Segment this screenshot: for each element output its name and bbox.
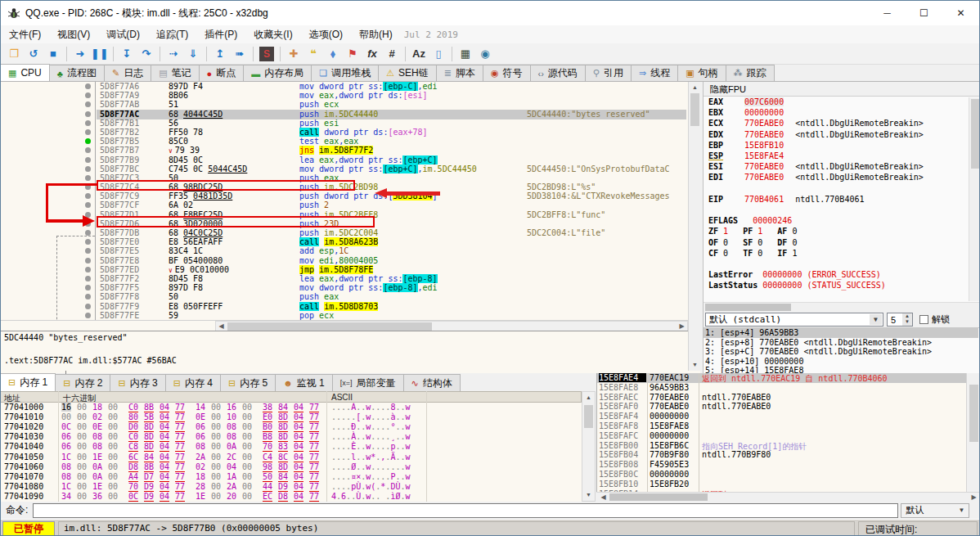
functions-icon[interactable]: fx: [362, 45, 382, 63]
tab-笔记[interactable]: ▤笔记: [151, 65, 199, 81]
tab-符号[interactable]: ◉符号: [483, 65, 531, 81]
disasm-row[interactable]: 5D8F77F850push eax: [1, 292, 688, 302]
tab-流程图[interactable]: ♣流程图: [49, 65, 105, 81]
step-over-icon[interactable]: ↷: [137, 45, 156, 63]
menu-item[interactable]: 收藏夹(I): [245, 28, 300, 42]
register-row[interactable]: ESP15E8FAE4: [708, 151, 967, 162]
register-row[interactable]: ECX770EABE0<ntdll.DbgUiRemoteBreakin>: [708, 119, 967, 129]
tab-内存1[interactable]: ⊟内存 1: [0, 373, 56, 391]
breakpoint-dot[interactable]: [85, 100, 91, 109]
stack-row[interactable]: 15E8FAE896A59BB3: [597, 383, 966, 393]
memory-vscrollbar[interactable]: ▲▼: [582, 391, 596, 502]
breakpoint-dot[interactable]: [85, 200, 91, 209]
disasm-row[interactable]: 5D8F77AB51push ecx: [1, 100, 688, 110]
disasm-row[interactable]: 5D8F77DB68 04C0C25Dpush im.5DC2C0045DC2C…: [1, 228, 688, 238]
unlock-checkbox[interactable]: [919, 315, 928, 324]
calculator-icon[interactable]: ▦: [456, 45, 475, 63]
close-button[interactable]: ✕: [942, 1, 979, 25]
register-row[interactable]: EBX00000000: [708, 108, 967, 119]
flag-name[interactable]: PF: [743, 227, 757, 236]
tab-脚本[interactable]: ≣脚本: [436, 65, 483, 81]
shortcuts-icon[interactable]: #: [382, 45, 402, 63]
menu-item[interactable]: 调试(D): [98, 28, 148, 42]
disassembly-hscrollbar[interactable]: ◀▶: [1, 320, 688, 331]
step-into-icon[interactable]: ↧: [117, 45, 137, 63]
register-value[interactable]: 15E8FAE4: [744, 151, 784, 160]
stack-vscrollbar[interactable]: [966, 373, 980, 492]
register-row[interactable]: EDI770EABE0<ntdll.DbgUiRemoteBreakin>: [708, 173, 967, 183]
memory-row[interactable]: 7704107008000A00A4D7047718001A0050840477…: [1, 472, 582, 482]
stack-row[interactable]: 15E8FB08F45905E3: [597, 460, 966, 470]
open-file-icon[interactable]: ❐: [4, 45, 24, 63]
breakpoint-dot[interactable]: [85, 265, 91, 274]
execute-till-return-icon[interactable]: ⇢: [164, 45, 183, 63]
memory-row[interactable]: 7704101000000200805B04770E001000E08D0477…: [1, 412, 582, 422]
tab-seh链[interactable]: ⚠SEH链: [378, 65, 437, 81]
scylla-plugin-icon[interactable]: S: [259, 47, 274, 61]
memory-row[interactable]: 7704104006000800C88D047708000A0070830477…: [1, 442, 582, 452]
menu-item[interactable]: 视图(V): [49, 28, 98, 42]
stack-row[interactable]: 15E8FB0015E8FB6C指向SEH_Record[1]的指针: [597, 441, 966, 451]
tab-跟踪[interactable]: ⁂跟踪: [726, 65, 775, 81]
memory-row[interactable]: 770410200C000E00D08D047706000800B08D0477…: [1, 422, 582, 432]
menu-item[interactable]: 插件(P): [196, 28, 245, 42]
disasm-row[interactable]: 5D8F77C350push eax: [1, 173, 688, 183]
stack-row[interactable]: 15E8FB1015E8FB20: [597, 480, 966, 489]
breakpoint-dot[interactable]: [85, 283, 91, 292]
disasm-row[interactable]: 5D8F77BCC745 0C 5044C45Dmov dword ptr ss…: [1, 164, 688, 174]
breakpoint-dot[interactable]: [85, 219, 91, 228]
call-argument-row[interactable]: 3: [esp+C] 770EABE0 <ntdll.DbgUiRemoteBr…: [705, 347, 967, 357]
register-row[interactable]: EIP770B4061ntdll.770B4061: [708, 195, 967, 205]
disasm-row[interactable]: 5D8F77B585C0test eax,eax: [1, 137, 688, 146]
breakpoint-dot[interactable]: [85, 191, 91, 200]
register-value[interactable]: 007C6000: [744, 97, 784, 106]
menu-item[interactable]: 帮助(H): [351, 28, 401, 42]
memory-row[interactable]: 7704106008000A00D88B047702000400988D0477…: [1, 462, 582, 472]
menu-item[interactable]: 选项(O): [301, 28, 351, 42]
flag-name[interactable]: DF: [777, 238, 792, 247]
run-to-user-code-icon[interactable]: ⇓: [183, 45, 203, 63]
memory-row[interactable]: 770410801C001E0070D9047728002A0044D90477…: [1, 482, 582, 492]
breakpoint-dot[interactable]: [85, 119, 91, 128]
disasm-row[interactable]: 5D8F77B98D45 0Clea eax,dword ptr ss:[ebp…: [1, 155, 688, 165]
memory-row[interactable]: 7704100016001800C08B04771400160038840477…: [1, 403, 582, 412]
breakpoint-dot[interactable]: [85, 82, 91, 91]
stack-row[interactable]: 15E8FAE4770EAC19返回到 ntdll.770EAC19 自 ntd…: [597, 373, 966, 383]
memory-row[interactable]: 770410501C001E006C8404772A002C00C48C0477…: [1, 453, 582, 462]
tab-调用堆栈[interactable]: ❏调用堆栈: [311, 65, 379, 81]
breakpoint-dot[interactable]: [85, 210, 91, 219]
memory-row[interactable]: 7704103006000800C08D047706000800B88D0477…: [1, 432, 582, 442]
tab-内存3[interactable]: ⊟内存 3: [110, 374, 165, 391]
disasm-row[interactable]: 5D8F77D668 3D020000push 23D: [1, 219, 688, 229]
stack-row[interactable]: 15E8FAF0770EABE0ntdll.770EABE0: [597, 402, 966, 412]
command-script-type-select[interactable]: 默认 ▼: [901, 503, 969, 518]
register-row[interactable]: EAX007C6000: [708, 97, 967, 108]
registers-vscrollbar[interactable]: [969, 97, 980, 301]
register-row[interactable]: EBP15E8FB10: [708, 141, 967, 151]
breakpoint-dot[interactable]: [85, 246, 91, 255]
register-value[interactable]: 770EABE0: [744, 173, 784, 182]
register-value[interactable]: 15E8FB10: [744, 141, 784, 150]
run-icon[interactable]: ➜: [70, 45, 90, 63]
patches-icon[interactable]: ✚: [284, 45, 303, 63]
disasm-row[interactable]: 5D8F77CF6A 02push 2: [1, 200, 688, 210]
flag-name[interactable]: OF: [708, 238, 723, 247]
maximize-button[interactable]: ☐: [906, 1, 942, 25]
close-debuggee-icon[interactable]: ■: [43, 45, 63, 63]
tab-内存2[interactable]: ⊟内存 2: [55, 374, 110, 391]
disasm-row[interactable]: 5D8F77C468 98BDC25Dpush im.5DC2BD985DC2B…: [1, 182, 688, 192]
tab-线程[interactable]: ⇒线程: [631, 65, 678, 81]
breakpoint-dot[interactable]: [85, 128, 91, 137]
tab-结构体[interactable]: ∿结构体: [403, 374, 461, 391]
disasm-row[interactable]: 5D8F77E583C4 1Cadd esp,1C: [1, 246, 688, 256]
register-value[interactable]: 770EABE0: [744, 119, 784, 128]
breakpoint-dot[interactable]: [85, 155, 91, 164]
flag-name[interactable]: AF: [777, 227, 792, 236]
disasm-row[interactable]: 5D8F77FE59pop ecx: [1, 311, 688, 320]
breakpoint-dot[interactable]: [85, 164, 91, 173]
breakpoint-dot[interactable]: [85, 302, 91, 311]
memory-row[interactable]: 77041090340036000CD904771E002000ECD80477…: [1, 492, 582, 502]
register-value[interactable]: 00000000: [744, 108, 784, 117]
disasm-row[interactable]: 5D8F77C9FF35 0481D35Dpush dword ptr ds:[…: [1, 191, 688, 201]
menu-item[interactable]: 文件(F): [1, 28, 49, 42]
